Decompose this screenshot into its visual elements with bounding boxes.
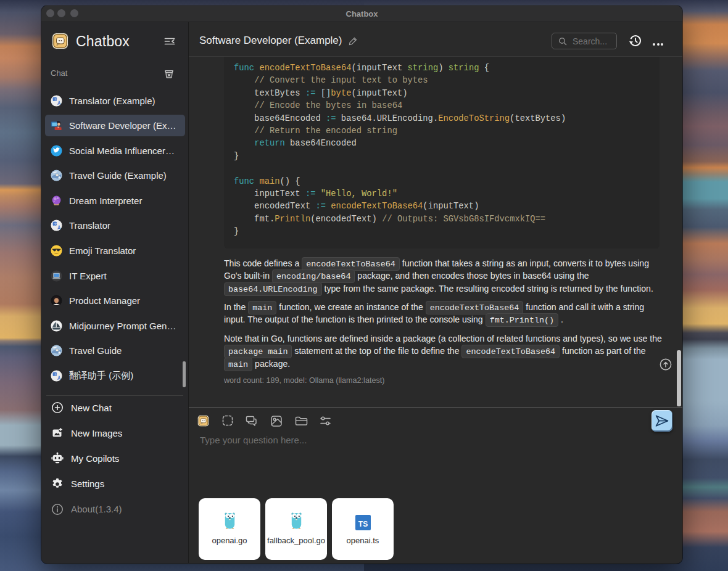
svg-text:TS: TS	[358, 520, 367, 528]
